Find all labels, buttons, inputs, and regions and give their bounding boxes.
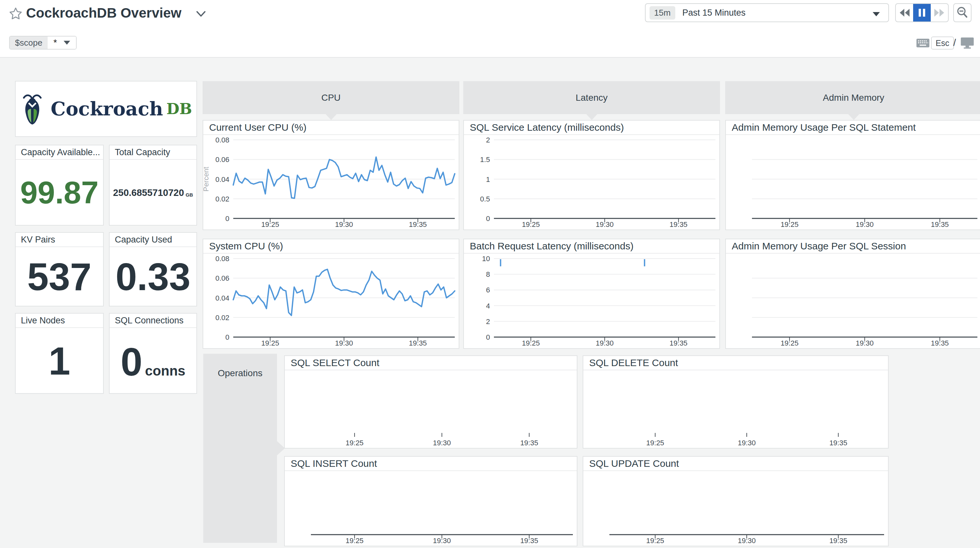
group-header-admin-memory[interactable]: Admin Memory <box>725 81 980 114</box>
svg-text:19:35: 19:35 <box>829 537 847 545</box>
tv-screen-icon[interactable] <box>961 37 974 49</box>
svg-text:1.5: 1.5 <box>480 156 490 164</box>
chart-panel-system-cpu[interactable]: System CPU (%)00.020.040.060.0819:2519:3… <box>203 238 459 349</box>
chart-panel-current-user-cpu[interactable]: Current User CPU (%)00.020.040.060.0819:… <box>203 120 459 230</box>
chart-panel-sql-insert-count[interactable]: SQL INSERT Count19:2519:3019:35 <box>284 456 578 546</box>
chart-title: SQL UPDATE Count <box>583 457 888 471</box>
svg-text:19:25: 19:25 <box>261 339 279 347</box>
esc-key-hint: Esc <box>931 37 954 49</box>
logo-brand-text: Cockroach <box>51 98 163 120</box>
svg-text:19:25: 19:25 <box>345 439 363 447</box>
favorite-star-icon[interactable] <box>8 6 23 21</box>
rewind-button[interactable] <box>896 4 913 22</box>
zoom-out-button[interactable] <box>953 3 972 22</box>
svg-text:0: 0 <box>486 214 490 222</box>
time-range-badge: 15m <box>649 6 675 19</box>
playback-controls <box>895 3 949 22</box>
stat-card-total-capacity[interactable]: Total Capacity 250.6855710720 GB <box>109 145 197 226</box>
chart-title: Admin Memory Usage Per SQL Session <box>726 239 980 254</box>
svg-text:19:30: 19:30 <box>433 537 451 545</box>
scope-variable-name: $scope <box>10 37 48 49</box>
caret-down-icon <box>873 12 880 16</box>
template-variable-bar: $scope * Esc / <box>0 29 980 58</box>
chart-panel-admin-memory-statement[interactable]: Admin Memory Usage Per SQL Statement19:2… <box>725 120 980 230</box>
time-range-selector[interactable]: 15m Past 15 Minutes <box>645 3 889 22</box>
stat-card-sql-connections[interactable]: SQL Connections 0 conns <box>109 313 197 394</box>
svg-text:19:30: 19:30 <box>738 537 756 545</box>
svg-text:19:25: 19:25 <box>345 537 363 545</box>
svg-text:19:25: 19:25 <box>646 439 664 447</box>
keyboard-icon[interactable] <box>916 38 930 48</box>
stat-value: 99.87 <box>20 177 99 208</box>
svg-text:19:35: 19:35 <box>670 220 687 229</box>
svg-text:19:35: 19:35 <box>409 339 427 347</box>
group-header-notch <box>586 114 597 120</box>
stat-value: 0.33 <box>116 257 191 296</box>
logo-brand-suffix: DB <box>166 100 192 118</box>
svg-text:0.04: 0.04 <box>215 175 229 184</box>
chart-panel-batch-request-latency[interactable]: Batch Request Latency (milliseconds)0246… <box>463 238 720 349</box>
svg-text:10: 10 <box>482 254 490 263</box>
svg-text:19:35: 19:35 <box>520 439 538 447</box>
chart-panel-sql-select-count[interactable]: SQL SELECT Count19:2519:3019:35 <box>284 355 578 449</box>
stat-card-live-nodes[interactable]: Live Nodes 1 <box>15 313 104 394</box>
chart-panel-admin-memory-session[interactable]: Admin Memory Usage Per SQL Session19:251… <box>725 238 980 349</box>
svg-text:0: 0 <box>486 333 490 342</box>
stat-card-capacity-used[interactable]: Capacity Used 0.33 <box>109 232 197 307</box>
chart-title: SQL SELECT Count <box>285 356 577 370</box>
fast-forward-icon <box>934 8 945 17</box>
pause-button[interactable] <box>913 4 931 22</box>
stat-card-capacity-available[interactable]: Capacity Available... 99.87 <box>15 145 104 226</box>
chart-panel-sql-update-count[interactable]: SQL UPDATE Count19:2519:3019:35 <box>583 456 889 546</box>
stat-value: 1 <box>49 342 70 380</box>
svg-text:0.08: 0.08 <box>215 254 229 263</box>
stat-card-kv-pairs[interactable]: KV Pairs 537 <box>15 232 104 307</box>
scope-variable-value: * <box>48 37 76 49</box>
pause-icon <box>918 8 926 17</box>
chart-plot-sql-select-count: 19:2519:3019:35 <box>285 370 577 448</box>
chart-plot-sql-service-latency: 00.511.5219:2519:3019:35 <box>464 135 719 229</box>
time-range-label: Past 15 Minutes <box>682 8 746 18</box>
magnifier-minus-icon <box>956 6 968 19</box>
svg-text:19:25: 19:25 <box>522 220 540 229</box>
chart-panel-sql-service-latency[interactable]: SQL Service Latency (milliseconds)00.511… <box>463 120 720 230</box>
stat-card-title: SQL Connections <box>110 314 196 328</box>
chart-panel-sql-delete-count[interactable]: SQL DELETE Count19:2519:3019:35 <box>583 355 889 449</box>
group-header-operations[interactable]: Operations <box>203 354 277 543</box>
svg-text:19:30: 19:30 <box>856 220 873 229</box>
chart-plot-batch-request-latency: 024681019:2519:3019:35 <box>464 254 719 348</box>
svg-text:19:35: 19:35 <box>670 339 687 347</box>
chevron-down-icon[interactable] <box>196 10 206 17</box>
chart-plot-sql-insert-count: 19:2519:3019:35 <box>285 471 577 546</box>
svg-text:0: 0 <box>226 214 229 222</box>
group-header-label: Latency <box>576 92 608 103</box>
cockroachdb-logo-card: Cockroach DB <box>15 81 197 137</box>
fast-forward-button[interactable] <box>931 4 948 22</box>
group-header-label: Admin Memory <box>823 92 884 103</box>
chart-title: SQL DELETE Count <box>583 356 888 370</box>
chart-plot-sql-delete-count: 19:2519:3019:35 <box>583 370 888 448</box>
svg-text:0.04: 0.04 <box>215 294 229 302</box>
svg-text:19:35: 19:35 <box>520 537 538 545</box>
svg-text:6: 6 <box>486 286 490 294</box>
svg-text:19:25: 19:25 <box>261 220 279 229</box>
scope-variable-selector[interactable]: $scope * <box>9 36 77 49</box>
svg-text:4: 4 <box>486 302 490 310</box>
svg-text:0.06: 0.06 <box>215 274 229 282</box>
page-title: CockroachDB Overview <box>26 5 181 21</box>
svg-text:19:35: 19:35 <box>931 339 949 347</box>
group-header-cpu[interactable]: CPU <box>203 81 459 114</box>
svg-text:19:35: 19:35 <box>409 220 427 229</box>
group-header-latency[interactable]: Latency <box>463 81 720 114</box>
svg-text:19:30: 19:30 <box>738 439 756 447</box>
chart-plot-current-user-cpu: 00.020.040.060.0819:2519:3019:35Percent <box>203 135 459 229</box>
svg-text:19:30: 19:30 <box>335 339 353 347</box>
slash-key-hint: / <box>953 37 956 48</box>
chart-plot-sql-update-count: 19:2519:3019:35 <box>583 471 888 546</box>
svg-text:19:30: 19:30 <box>335 220 353 229</box>
svg-text:8: 8 <box>486 270 490 278</box>
svg-text:19:35: 19:35 <box>931 220 949 229</box>
chart-title: Current User CPU (%) <box>203 121 459 135</box>
stat-value: 0 <box>121 342 143 381</box>
svg-text:19:25: 19:25 <box>781 220 799 229</box>
